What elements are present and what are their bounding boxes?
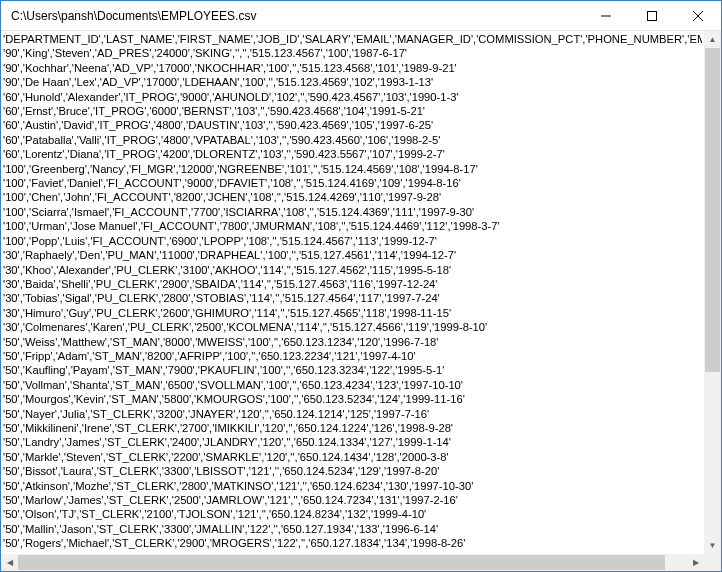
titlebar[interactable]: C:\Users\pansh\Documents\EMPLOYEES.csv <box>1 1 721 31</box>
scroll-down-button[interactable]: ▼ <box>704 537 721 554</box>
content-wrap: 'DEPARTMENT_ID','LAST_NAME','FIRST_NAME'… <box>1 31 721 571</box>
text-row: '30','Colmenares','Karen','PU_CLERK','25… <box>3 320 702 334</box>
text-row: '30','Raphaely','Den','PU_MAN','11000','… <box>3 248 702 262</box>
vertical-scroll-thumb[interactable] <box>705 48 720 372</box>
text-row: '60','Ernst','Bruce','IT_PROG','6000','B… <box>3 104 702 118</box>
text-row: '50','Olson','TJ','ST_CLERK','2100','TJO… <box>3 507 702 521</box>
scroll-corner <box>704 554 721 571</box>
vertical-scrollbar[interactable]: ▲ ▼ <box>704 31 721 554</box>
text-row: '50','Markle','Steven','ST_CLERK','2200'… <box>3 450 702 464</box>
close-icon <box>693 11 703 21</box>
text-row: '50','Weiss','Matthew','ST_MAN','8000','… <box>3 335 702 349</box>
text-row: '50','Mikkilineni','Irene','ST_CLERK','2… <box>3 421 702 435</box>
text-content[interactable]: 'DEPARTMENT_ID','LAST_NAME','FIRST_NAME'… <box>1 31 704 554</box>
text-row: '30','Baida','Shelli','PU_CLERK','2900',… <box>3 277 702 291</box>
text-row: '50','Vollman','Shanta','ST_MAN','6500',… <box>3 378 702 392</box>
text-row: '60','Lorentz','Diana','IT_PROG','4200',… <box>3 147 702 161</box>
text-row: 'DEPARTMENT_ID','LAST_NAME','FIRST_NAME'… <box>3 32 702 46</box>
text-row: '60','Austin','David','IT_PROG','4800','… <box>3 118 702 132</box>
chevron-up-icon: ▲ <box>709 35 717 44</box>
text-row: '90','De Haan','Lex','AD_VP','17000','LD… <box>3 75 702 89</box>
text-row: '30','Tobias','Sigal','PU_CLERK','2800',… <box>3 291 702 305</box>
text-row: '50','Kaufling','Payam','ST_MAN','7900',… <box>3 363 702 377</box>
text-row: '60','Hunold','Alexander','IT_PROG','900… <box>3 90 702 104</box>
text-row: '50','Marlow','James','ST_CLERK','2500',… <box>3 493 702 507</box>
chevron-down-icon: ▼ <box>709 541 717 550</box>
close-button[interactable] <box>675 1 721 31</box>
maximize-button[interactable] <box>629 1 675 31</box>
text-row: '50','Nayer','Julia','ST_CLERK','3200','… <box>3 407 702 421</box>
scroll-up-button[interactable]: ▲ <box>704 31 721 48</box>
text-row: '30','Khoo','Alexander','PU_CLERK','3100… <box>3 263 702 277</box>
text-row: '50','Rogers','Michael','ST_CLERK','2900… <box>3 536 702 550</box>
window-title: C:\Users\pansh\Documents\EMPLOYEES.csv <box>1 9 583 23</box>
chevron-left-icon: ◀ <box>7 558 13 567</box>
text-row: '50','Landry','James','ST_CLERK','2400',… <box>3 435 702 449</box>
text-row: '50','Fripp','Adam','ST_MAN','8200','AFR… <box>3 349 702 363</box>
horizontal-scrollbar[interactable]: ◀ ▶ <box>1 554 704 571</box>
maximize-icon <box>647 11 657 21</box>
chevron-right-icon: ▶ <box>693 558 699 567</box>
text-row: '100','Sciarra','Ismael','FI_ACCOUNT','7… <box>3 205 702 219</box>
text-row: '50','Bissot','Laura','ST_CLERK','3300',… <box>3 464 702 478</box>
text-row: '90','King','Steven','AD_PRES','24000','… <box>3 46 702 60</box>
text-row: '60','Pataballa','Valli','IT_PROG','4800… <box>3 133 702 147</box>
scroll-left-button[interactable]: ◀ <box>1 554 18 571</box>
text-row: '100','Greenberg','Nancy','FI_MGR','1200… <box>3 162 702 176</box>
minimize-icon <box>601 11 611 21</box>
text-row: '50','Atkinson','Mozhe','ST_CLERK','2800… <box>3 479 702 493</box>
text-row: '100','Faviet','Daniel','FI_ACCOUNT','90… <box>3 176 702 190</box>
text-row: '100','Chen','John','FI_ACCOUNT','8200',… <box>3 190 702 204</box>
text-row: '100','Popp','Luis','FI_ACCOUNT','6900',… <box>3 234 702 248</box>
text-row: '50','Mourgos','Kevin','ST_MAN','5800','… <box>3 392 702 406</box>
horizontal-scroll-thumb[interactable] <box>18 555 665 570</box>
svg-rect-1 <box>648 11 657 20</box>
text-row: '90','Kochhar','Neena','AD_VP','17000','… <box>3 61 702 75</box>
text-row: '30','Himuro','Guy','PU_CLERK','2600','G… <box>3 306 702 320</box>
scroll-right-button[interactable]: ▶ <box>687 554 704 571</box>
text-row: '100','Urman','Jose Manuel','FI_ACCOUNT'… <box>3 219 702 233</box>
text-row: '50','Mallin','Jason','ST_CLERK','3300',… <box>3 522 702 536</box>
minimize-button[interactable] <box>583 1 629 31</box>
